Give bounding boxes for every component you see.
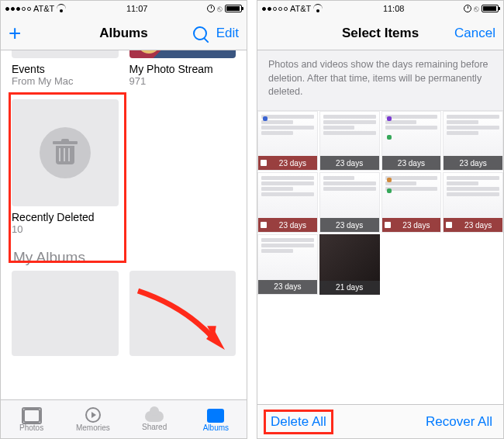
trash-icon (55, 141, 75, 164)
signal-dots-icon (5, 7, 31, 11)
carrier-label: AT&T (33, 4, 54, 13)
album-name: Events (12, 63, 119, 75)
tab-shared[interactable]: Shared (124, 400, 185, 438)
battery-icon (482, 5, 499, 12)
status-bar: AT&T 11:08 ⎋ (257, 1, 503, 16)
album-name: Recently Deleted (12, 211, 119, 223)
cancel-button[interactable]: Cancel (454, 26, 495, 41)
signal-dots-icon (262, 7, 288, 11)
photo-item[interactable]: 23 days (381, 172, 442, 233)
screen-select-items: AT&T 11:08 ⎋ Select Items Cancel Photos … (257, 0, 504, 439)
photo-item[interactable]: 23 days (443, 172, 503, 233)
battery-icon (225, 5, 242, 12)
photo-item[interactable]: 23 days (257, 234, 318, 295)
carrier-label: AT&T (290, 4, 311, 13)
photo-item[interactable]: 21 days (319, 234, 380, 295)
bluetooth-icon: ⎋ (217, 4, 223, 13)
section-header-my-albums: My Albums (1, 235, 247, 271)
photo-item[interactable]: 23 days (257, 111, 318, 171)
album-events[interactable]: Events From My Mac (12, 50, 119, 87)
clock: 11:08 (383, 4, 405, 13)
album-name: My Photo Stream (129, 63, 236, 75)
album-recently-deleted[interactable]: Recently Deleted 10 (12, 99, 119, 235)
days-badge: 23 days (382, 218, 441, 232)
screen-albums: AT&T 11:07 ⎋ + Albums Edit Events From M… (0, 0, 247, 439)
album-photo-stream[interactable]: My Photo Stream 971 (129, 50, 236, 87)
search-icon[interactable] (193, 26, 207, 40)
photo-item[interactable]: 23 days (257, 172, 318, 233)
nav-bar: Select Items Cancel (257, 16, 503, 50)
days-badge: 21 days (319, 281, 380, 295)
wifi-icon (313, 5, 323, 12)
alarm-icon (464, 5, 471, 12)
edit-button[interactable]: Edit (216, 26, 239, 41)
photo-item[interactable]: 23 days (443, 111, 503, 171)
add-button[interactable]: + (9, 22, 21, 44)
days-badge: 23 days (444, 156, 502, 170)
nav-bar: + Albums Edit (1, 16, 247, 50)
tab-photos[interactable]: Photos (1, 400, 62, 438)
days-badge: 23 days (258, 156, 317, 170)
recover-all-button[interactable]: Recover All (426, 414, 492, 430)
photo-item[interactable]: 23 days (381, 111, 442, 171)
album-placeholder[interactable] (129, 271, 236, 361)
photo-item[interactable]: 23 days (319, 111, 380, 171)
days-badge: 23 days (320, 218, 379, 232)
info-banner: Photos and videos show the days remainin… (257, 50, 503, 111)
album-sub: 971 (129, 75, 236, 87)
cloud-icon (145, 411, 164, 422)
photo-grid: 23 days 23 days 23 days 23 days 23 days … (257, 111, 503, 295)
days-badge: 23 days (382, 156, 441, 170)
bluetooth-icon: ⎋ (474, 4, 479, 13)
alarm-icon (207, 5, 215, 12)
status-bar: AT&T 11:07 ⎋ (1, 1, 247, 16)
bottom-toolbar: Delete All Recover All (257, 404, 503, 438)
days-badge: 23 days (320, 156, 379, 170)
album-placeholder[interactable] (12, 271, 119, 361)
photos-icon (23, 409, 40, 423)
days-badge: 23 days (258, 218, 317, 232)
albums-content[interactable]: Events From My Mac My Photo Stream 971 R… (1, 50, 247, 399)
memories-icon (85, 407, 101, 423)
wifi-icon (57, 5, 67, 12)
tab-bar: Photos Memories Shared Albums (1, 399, 247, 438)
album-sub: 10 (12, 223, 119, 235)
days-badge: 23 days (444, 218, 502, 232)
photo-item[interactable]: 23 days (319, 172, 380, 233)
tab-memories[interactable]: Memories (62, 400, 123, 438)
albums-icon (207, 409, 224, 423)
clock: 11:07 (126, 4, 148, 13)
album-sub: From My Mac (12, 75, 119, 87)
days-badge: 23 days (258, 280, 317, 294)
tab-albums[interactable]: Albums (185, 400, 247, 438)
delete-all-button[interactable]: Delete All (264, 410, 333, 434)
